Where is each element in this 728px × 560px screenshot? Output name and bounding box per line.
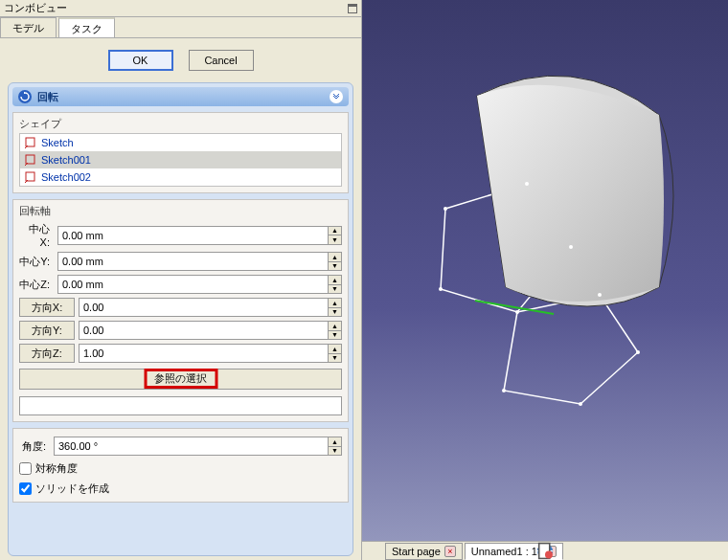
shape-item-sketch001[interactable]: Sketch001 <box>20 151 341 168</box>
svg-rect-0 <box>26 138 34 146</box>
dir-z-input[interactable] <box>79 344 329 363</box>
shape-group: シェイプ Sketch Sketch001 Sketch002 <box>12 112 349 193</box>
dir-z-spinner[interactable]: ▲▼ <box>79 344 342 363</box>
spin-up-icon[interactable]: ▲ <box>329 437 341 447</box>
spin-up-icon[interactable]: ▲ <box>329 299 341 308</box>
angle-group: 角度: ▲▼ 対称角度 ソリッドを作成 <box>12 428 349 503</box>
tab-model[interactable]: モデル <box>0 17 57 37</box>
combo-view-panel: コンボビュー モデル タスク OK Cancel 回転 シェイプ <box>0 0 362 560</box>
sketch-icon <box>24 153 37 167</box>
dir-y-input[interactable] <box>79 321 329 340</box>
spin-up-icon[interactable]: ▲ <box>329 322 341 331</box>
task-title: 回転 <box>37 90 58 104</box>
spin-down-icon[interactable]: ▼ <box>329 308 341 317</box>
axis-label: 回転軸 <box>19 204 342 218</box>
task-header[interactable]: 回転 <box>12 87 349 106</box>
center-y-label: 中心Y: <box>19 255 54 269</box>
revolve-icon <box>18 90 32 103</box>
svg-point-6 <box>444 207 447 211</box>
axis-group: 回転軸 中心X: ▲▼ 中心Y: ▲▼ 中心Z: <box>12 199 349 422</box>
symmetric-checkbox[interactable] <box>19 462 32 475</box>
collapse-icon[interactable] <box>330 90 343 103</box>
svg-point-14 <box>502 389 506 392</box>
center-y-input[interactable] <box>57 252 329 271</box>
shape-list[interactable]: Sketch Sketch001 Sketch002 <box>19 133 342 187</box>
tab-unnamed-doc[interactable]: Unnamed1 : 1* × <box>465 543 563 560</box>
center-z-spinner[interactable]: ▲▼ <box>57 275 342 294</box>
3d-viewport[interactable]: Start page × Unnamed1 : 1* × <box>362 0 728 560</box>
center-z-input[interactable] <box>57 275 329 294</box>
spin-up-icon[interactable]: ▲ <box>329 276 341 285</box>
center-x-input[interactable] <box>57 226 329 245</box>
shape-item-sketch[interactable]: Sketch <box>20 134 341 151</box>
svg-point-19 <box>545 551 553 559</box>
svg-point-7 <box>525 182 529 186</box>
svg-point-8 <box>569 245 573 249</box>
svg-point-13 <box>579 402 582 406</box>
shape-label: シェイプ <box>19 117 342 131</box>
center-x-spinner[interactable]: ▲▼ <box>57 226 342 245</box>
panel-tabs: モデル タスク <box>0 17 361 38</box>
dir-z-button[interactable]: 方向Z: <box>19 344 75 363</box>
dir-y-button[interactable]: 方向Y: <box>19 321 75 340</box>
angle-input[interactable] <box>54 437 329 456</box>
dir-x-spinner[interactable]: ▲▼ <box>79 298 342 317</box>
reference-text-input[interactable] <box>19 396 342 415</box>
viewport-tabs: Start page × Unnamed1 : 1* × <box>362 541 728 560</box>
spin-up-icon[interactable]: ▲ <box>329 253 341 262</box>
sketch-icon <box>24 170 37 184</box>
undock-icon[interactable] <box>348 4 357 13</box>
svg-point-9 <box>515 310 519 314</box>
svg-point-12 <box>636 350 640 354</box>
shape-name: Sketch002 <box>41 171 91 183</box>
symmetric-label: 対称角度 <box>35 461 78 476</box>
svg-rect-1 <box>26 155 34 164</box>
tab-task[interactable]: タスク <box>58 17 115 37</box>
svg-point-10 <box>439 287 443 291</box>
angle-label: 角度: <box>19 439 50 454</box>
create-solid-label: ソリッドを作成 <box>35 482 109 496</box>
spin-down-icon[interactable]: ▼ <box>329 285 341 294</box>
create-solid-checkbox[interactable] <box>19 482 32 495</box>
sketch-icon <box>24 136 37 149</box>
angle-spinner[interactable]: ▲▼ <box>54 437 342 456</box>
dir-x-input[interactable] <box>79 298 329 317</box>
spin-up-icon[interactable]: ▲ <box>329 345 341 354</box>
svg-point-11 <box>598 293 602 297</box>
center-x-label: 中心X: <box>19 222 54 248</box>
svg-rect-2 <box>26 172 34 181</box>
spin-down-icon[interactable]: ▼ <box>329 235 341 244</box>
3d-scene <box>362 0 728 560</box>
center-y-spinner[interactable]: ▲▼ <box>57 252 342 271</box>
shape-item-sketch002[interactable]: Sketch002 <box>20 168 341 186</box>
panel-title: コンボビュー <box>4 1 67 15</box>
panel-titlebar: コンボビュー <box>0 0 361 17</box>
spin-down-icon[interactable]: ▼ <box>329 447 341 456</box>
cancel-button[interactable]: Cancel <box>189 50 254 71</box>
task-container: 回転 シェイプ Sketch Sketch001 <box>8 82 353 556</box>
highlight-box: 参照の選択 <box>144 369 217 389</box>
document-icon <box>362 542 728 560</box>
spin-down-icon[interactable]: ▼ <box>329 354 341 363</box>
center-z-label: 中心Z: <box>19 278 54 292</box>
spin-up-icon[interactable]: ▲ <box>329 227 341 236</box>
spin-down-icon[interactable]: ▼ <box>329 262 341 271</box>
ok-button[interactable]: OK <box>108 50 173 71</box>
svg-marker-4 <box>504 295 638 404</box>
dir-x-button[interactable]: 方向X: <box>19 298 75 317</box>
task-body: シェイプ Sketch Sketch001 Sketch002 <box>12 112 349 503</box>
dir-y-spinner[interactable]: ▲▼ <box>79 321 342 340</box>
spin-down-icon[interactable]: ▼ <box>329 331 341 340</box>
dialog-buttons: OK Cancel <box>0 38 361 78</box>
shape-name: Sketch001 <box>41 154 91 166</box>
shape-name: Sketch <box>41 137 74 148</box>
select-reference-button[interactable]: 参照の選択 <box>19 369 342 390</box>
